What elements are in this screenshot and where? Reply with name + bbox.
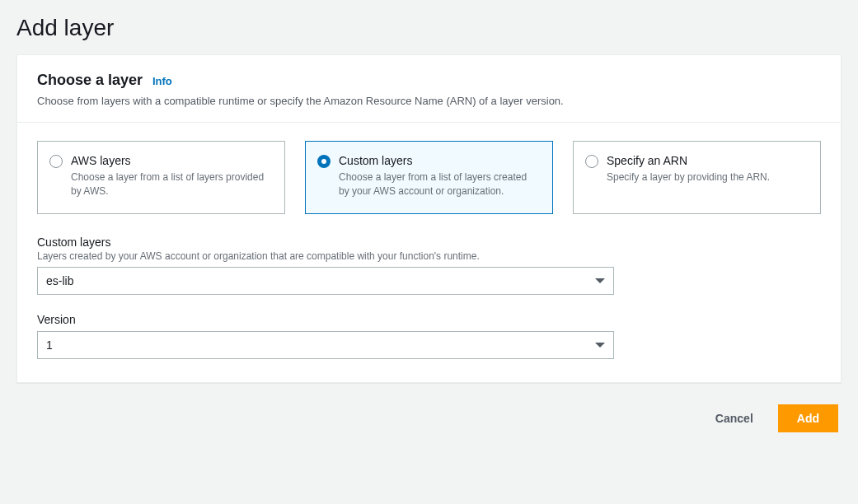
field-custom-layers: Custom layers Layers created by your AWS… [37,236,821,295]
field-version: Version 1 [37,313,821,359]
field-help: Layers created by your AWS account or or… [37,250,821,262]
version-select[interactable]: 1 [37,331,614,359]
section-description: Choose from layers with a compatible run… [37,94,821,109]
layer-source-options: AWS layers Choose a layer from a list of… [37,141,821,213]
option-custom-layers[interactable]: Custom layers Choose a layer from a list… [305,141,553,213]
option-aws-layers[interactable]: AWS layers Choose a layer from a list of… [37,141,285,213]
chevron-down-icon [595,343,605,348]
panel-body: AWS layers Choose a layer from a list of… [17,123,841,381]
option-title: AWS layers [71,153,271,169]
option-specify-arn[interactable]: Specify an ARN Specify a layer by provid… [573,141,821,213]
field-label: Version [37,313,821,326]
info-link[interactable]: Info [152,75,172,87]
option-title: Custom layers [339,153,539,169]
select-value: es-lib [46,274,73,287]
choose-layer-panel: Choose a layer Info Choose from layers w… [16,54,842,383]
add-button[interactable]: Add [778,404,838,432]
select-value: 1 [46,338,53,352]
page-title: Add layer [16,15,842,41]
footer-actions: Cancel Add [16,404,842,432]
section-title: Choose a layer [37,72,143,88]
radio-icon [585,155,598,168]
custom-layers-select[interactable]: es-lib [37,267,614,295]
panel-header: Choose a layer Info Choose from layers w… [17,55,841,123]
field-label: Custom layers [37,236,821,249]
chevron-down-icon [595,278,605,283]
option-desc: Choose a layer from a list of layers pro… [71,170,271,198]
radio-icon [317,155,331,168]
option-desc: Choose a layer from a list of layers cre… [339,170,539,198]
radio-icon [49,155,63,168]
option-desc: Specify a layer by providing the ARN. [607,170,807,184]
option-title: Specify an ARN [607,153,807,169]
cancel-button[interactable]: Cancel [706,405,763,432]
